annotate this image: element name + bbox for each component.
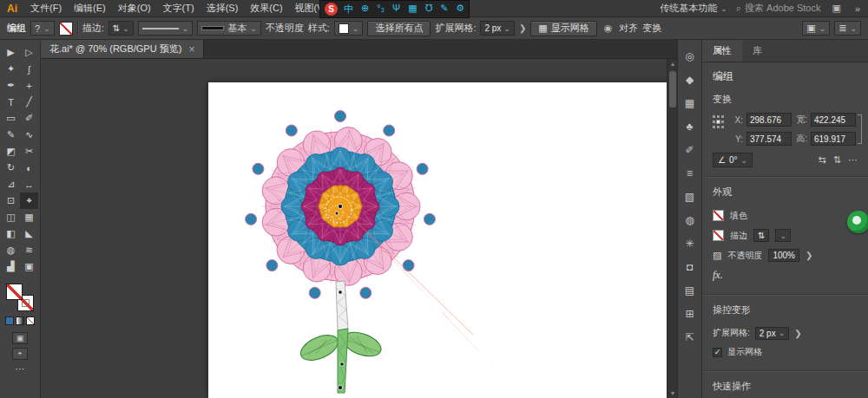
workspace-switcher[interactable]: 传统基本功能 ⌄ (660, 2, 727, 15)
appearance-panel-icon[interactable]: ✳ (681, 236, 699, 251)
stroke-label[interactable]: 描边 (730, 230, 747, 242)
stroke-panel-icon[interactable]: ≡ (681, 166, 699, 181)
direct-selection-tool[interactable]: ▷ (20, 44, 38, 61)
color-panel-icon[interactable]: ◆ (681, 72, 699, 88)
stroke-color-chip[interactable] (59, 22, 73, 36)
artboard[interactable] (208, 82, 671, 398)
fill-stroke-control[interactable] (6, 284, 34, 311)
close-icon[interactable]: × (188, 43, 194, 55)
floating-badge[interactable] (847, 211, 868, 233)
width-tool[interactable]: ↔ (20, 176, 38, 192)
overlay-pencil-icon[interactable]: ✎ (440, 3, 448, 16)
fill-label[interactable]: 填色 (730, 210, 747, 222)
constrain-proportions-bracket[interactable] (858, 114, 862, 144)
pencil-tool[interactable]: ✎ (2, 127, 20, 143)
overlay-crosshair-icon[interactable]: ⊕ (361, 3, 369, 16)
shape-builder-tool[interactable]: ◫ (2, 209, 20, 225)
variable-width-dropdown[interactable]: ⌄ (138, 21, 194, 36)
chevron-right-icon[interactable]: ❯ (794, 329, 801, 338)
style-dropdown[interactable]: ⌄ (334, 21, 364, 36)
effects-button[interactable]: fx. (713, 269, 723, 282)
flip-horizontal-icon[interactable]: ⇆ (819, 154, 826, 166)
arrange-documents-icon[interactable]: ▣ (829, 3, 843, 14)
asset-export-panel-icon[interactable]: ⇱ (681, 329, 699, 345)
show-mesh-button[interactable]: ▦ 显示网格 (530, 21, 596, 36)
reference-point-locator[interactable] (713, 115, 724, 129)
blend-tool[interactable]: ◍ (2, 242, 20, 258)
graph-tool[interactable]: ▟ (2, 258, 20, 275)
transparency-panel-icon[interactable]: ◍ (681, 212, 699, 228)
panel-menu[interactable]: ≣ ⌄ (834, 21, 861, 36)
control-panel-options[interactable]: ▣ ⌄ (802, 21, 830, 36)
color-mode-button[interactable] (5, 316, 14, 325)
toolbar-more-icon[interactable]: ⋯ (16, 363, 25, 375)
add-anchor-point-tool[interactable]: + (20, 77, 38, 94)
puppet-warp-tool[interactable]: ⌖ (20, 192, 38, 209)
document-tab[interactable]: 花.ai* @ 70% (RGB/GPU 预览) × (41, 40, 204, 58)
brushes-panel-icon[interactable]: ✐ (681, 142, 699, 158)
tab-properties[interactable]: 属性 (702, 40, 742, 62)
line-tool[interactable]: ╱ (20, 94, 38, 110)
menubar-item[interactable]: 效果(C) (244, 0, 288, 16)
symbol-sprayer-tool[interactable]: ≋ (20, 242, 38, 258)
layers-panel-icon[interactable]: ▤ (681, 283, 699, 298)
gradient-tool[interactable]: ◧ (2, 225, 20, 242)
chevron-right-icon[interactable]: ❯ (519, 23, 526, 33)
overlay-steps-icon[interactable]: °₃ (377, 3, 385, 16)
recorder-logo[interactable]: S (325, 3, 338, 16)
free-transform-tool[interactable]: ⊡ (2, 192, 20, 209)
artboard-tool[interactable]: ▣ (20, 258, 38, 275)
scissors-tool[interactable]: ✂ (20, 143, 38, 160)
opacity-label[interactable]: 不透明度 (266, 22, 304, 35)
drawing-mode-button[interactable]: ▣ (12, 332, 28, 344)
brush-definition-dropdown[interactable]: 基本 ⌄ (197, 21, 261, 36)
scroll-up-icon[interactable]: ▴ (667, 60, 677, 68)
stroke-weight-stepper[interactable]: ⇅ (753, 229, 769, 242)
graphic-styles-panel-icon[interactable]: ◘ (681, 259, 699, 275)
gradient-mode-button[interactable] (16, 316, 24, 325)
menubar-item[interactable]: 对象(O) (112, 0, 157, 16)
none-mode-button[interactable] (26, 316, 35, 325)
transform-more-icon[interactable]: ⋯ (848, 154, 858, 166)
rotate-tool[interactable]: ↻ (2, 160, 20, 176)
h-field[interactable]: 619.917 (811, 132, 856, 146)
gradient-panel-icon[interactable]: ▧ (681, 189, 699, 205)
opacity-field[interactable]: 100% (768, 249, 799, 262)
swatches-panel-icon[interactable]: ▦ (681, 95, 699, 111)
transform-panel-label[interactable]: 变换 (642, 22, 661, 35)
panel-collapse-icon[interactable]: » (852, 3, 863, 14)
stroke-color-swatch[interactable] (713, 230, 724, 241)
y-field[interactable]: 377.574 (746, 132, 792, 146)
reflect-tool[interactable]: ◐ (20, 160, 38, 176)
scale-tool[interactable]: ⊿ (2, 176, 20, 192)
menubar-item[interactable]: 文件(F) (24, 0, 68, 16)
show-mesh-checkbox[interactable]: ✓ (713, 348, 722, 357)
screen-mode-button[interactable]: ◓ (12, 348, 28, 360)
eyedropper-tool[interactable]: ◣ (20, 225, 38, 242)
pen-tool[interactable]: ✒ (2, 77, 20, 94)
expand-mesh-field[interactable]: 2 px ⌄ (755, 327, 789, 340)
navigator-panel-icon[interactable]: ◎ (681, 49, 699, 64)
eraser-tool[interactable]: ◩ (2, 143, 20, 160)
rotation-dropdown[interactable]: ∠ 0° ⌄ (713, 153, 753, 167)
stroke-weight-input[interactable]: ⇅ ⌄ (108, 21, 134, 36)
fill-swatch[interactable] (6, 284, 23, 300)
overlay-text-icon[interactable]: 中 (344, 3, 353, 16)
mesh-tool[interactable]: ▦ (20, 209, 38, 225)
scroll-down-icon[interactable]: ▾ (667, 389, 677, 397)
rectangle-tool[interactable]: ▭ (2, 110, 20, 127)
align-panel-label[interactable]: 对齐 (619, 22, 638, 35)
select-all-points-button[interactable]: 选择所有点 (367, 21, 431, 36)
selection-tool[interactable]: ▶ (2, 44, 20, 61)
app-logo[interactable]: Ai (0, 3, 24, 15)
stroke-weight-dropdown[interactable]: ⌄ (775, 229, 791, 242)
overlay-magnet-icon[interactable]: ℧ (425, 3, 432, 16)
lasso-tool[interactable]: ʃ (20, 61, 38, 77)
shaper-tool[interactable]: ∿ (20, 127, 38, 143)
menubar-item[interactable]: 编辑(E) (68, 0, 112, 16)
menubar-item[interactable]: 文字(T) (157, 0, 201, 16)
fill-proxy-dropdown[interactable]: ? ⌄ (30, 21, 55, 36)
chevron-right-icon[interactable]: ❯ (806, 251, 812, 260)
type-tool[interactable]: T (2, 94, 20, 110)
symbols-panel-icon[interactable]: ♣ (681, 119, 699, 134)
